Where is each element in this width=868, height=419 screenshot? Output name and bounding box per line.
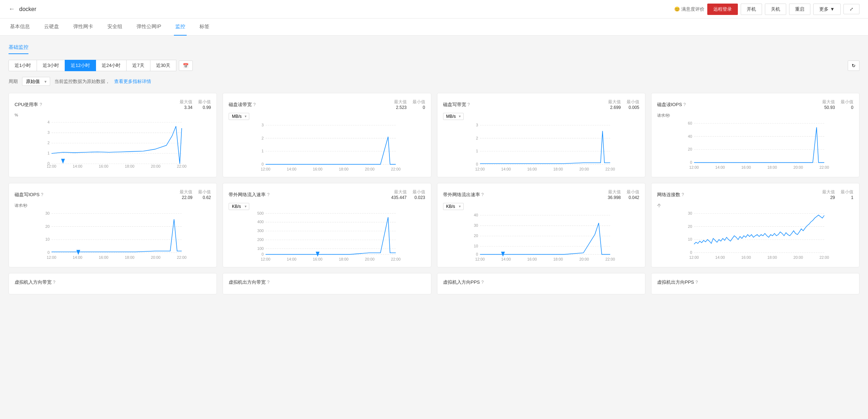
time-btn-24h[interactable]: 近24小时 <box>96 60 127 71</box>
net-connections-min-stat: 最小值 1 <box>841 189 853 200</box>
chart-cpu: CPU使用率 ? 最大值 3.34 最小值 0.99 % <box>9 93 217 177</box>
time-btn-30d[interactable]: 近30天 <box>150 60 176 71</box>
disk-write-bw-unit-select[interactable]: MB/s KB/s <box>443 113 464 120</box>
start-button[interactable]: 开机 <box>741 4 762 15</box>
disk-write-bw-unit-row: MB/s KB/s <box>443 113 639 120</box>
svg-text:2: 2 <box>476 136 478 140</box>
svg-text:12:00: 12:00 <box>689 165 699 169</box>
expand-button[interactable]: ⤢ <box>843 4 859 14</box>
vm-out-bw-help-icon[interactable]: ? <box>267 280 270 285</box>
refresh-button[interactable]: ↻ <box>848 61 859 71</box>
net-connections-svg: 30 20 10 0 12:00 14:00 16:00 18:00 20:00… <box>657 210 853 260</box>
tab-elastic-nic[interactable]: 弹性网卡 <box>72 19 95 36</box>
cpu-chart-area: 4 3 2 1 0 12:00 14:00 16:00 18:00 20:00 … <box>15 119 211 168</box>
svg-text:14:00: 14:00 <box>501 257 511 261</box>
tab-monitoring[interactable]: 监控 <box>174 19 187 36</box>
chart-vm-out-bw-title: 虚拟机出方向带宽 ? <box>229 279 425 286</box>
disk-write-bw-help-icon[interactable]: ? <box>468 102 470 107</box>
net-in-rate-svg: 500 400 300 200 100 0 12:00 14:00 16:00 … <box>229 211 425 261</box>
vm-in-bw-help-icon[interactable]: ? <box>53 280 55 285</box>
remote-login-button[interactable]: 远程登录 <box>707 4 738 15</box>
charts-grid-row1: CPU使用率 ? 最大值 3.34 最小值 0.99 % <box>9 93 859 177</box>
main-content: 基础监控 近1小时 近3小时 近12小时 近24小时 近7天 近30天 📅 ↻ … <box>0 36 868 303</box>
disk-read-bw-help-icon[interactable]: ? <box>253 102 256 107</box>
tab-basic-info[interactable]: 基本信息 <box>9 19 31 36</box>
svg-text:22:00: 22:00 <box>391 167 401 171</box>
chart-disk-write-iops: 磁盘写IOPS ? 最大值 22.09 最小值 0.62 请求/秒 <box>9 183 217 267</box>
svg-text:20: 20 <box>688 224 692 229</box>
time-btn-3h[interactable]: 近3小时 <box>37 60 65 71</box>
svg-text:18:00: 18:00 <box>767 255 777 260</box>
svg-text:18:00: 18:00 <box>339 167 348 171</box>
svg-text:20:00: 20:00 <box>151 255 160 260</box>
svg-text:40: 40 <box>474 213 478 217</box>
more-button[interactable]: 更多 ▼ <box>813 4 841 15</box>
period-link[interactable]: 查看更多指标详情 <box>114 78 151 85</box>
cpu-help-icon[interactable]: ? <box>39 102 42 107</box>
tab-security-group[interactable]: 安全组 <box>106 19 124 36</box>
time-btn-1h[interactable]: 近1小时 <box>9 60 37 71</box>
svg-text:16:00: 16:00 <box>313 167 323 171</box>
net-connections-help-icon[interactable]: ? <box>682 192 684 197</box>
period-select[interactable]: 原始值 <box>22 77 50 86</box>
calendar-button[interactable]: 📅 <box>179 61 193 71</box>
tab-tags[interactable]: 标签 <box>198 19 211 36</box>
time-btn-7d[interactable]: 近7天 <box>126 60 150 71</box>
svg-text:2: 2 <box>47 141 49 145</box>
restart-button[interactable]: 重启 <box>789 4 810 15</box>
svg-text:20:00: 20:00 <box>793 255 803 260</box>
net-out-rate-chart-area: 40 30 20 10 0 12:00 14:00 16:00 18:00 20… <box>443 211 639 261</box>
disk-read-bw-unit-select[interactable]: MB/s KB/s <box>229 113 249 120</box>
time-btn-12h[interactable]: 近12小时 <box>65 60 96 71</box>
back-button[interactable]: ← <box>9 5 15 13</box>
vm-in-pps-help-icon[interactable]: ? <box>481 280 484 285</box>
stop-button[interactable]: 关机 <box>765 4 786 15</box>
disk-write-bw-unit-select-wrap[interactable]: MB/s KB/s <box>443 113 464 120</box>
disk-read-bw-chart-area: 3 2 1 0 12:00 14:00 16:00 18:00 20:00 22… <box>229 121 425 171</box>
net-out-rate-unit-select[interactable]: KB/s MB/s <box>443 203 464 210</box>
disk-read-iops-min-stat: 最小值 0 <box>841 99 853 110</box>
disk-write-iops-help-icon[interactable]: ? <box>41 192 43 197</box>
disk-read-bw-max-stat: 最大值 2.523 <box>394 99 407 110</box>
tab-elastic-ip[interactable]: 弹性公网IP <box>135 19 163 36</box>
net-out-rate-help-icon[interactable]: ? <box>481 192 484 197</box>
tab-cloud-disk[interactable]: 云硬盘 <box>43 19 60 36</box>
disk-read-bw-unit-select-wrap[interactable]: MB/s KB/s <box>229 113 249 120</box>
svg-text:500: 500 <box>257 211 264 215</box>
disk-read-bw-min-stat: 最小值 0 <box>412 99 425 110</box>
period-note: 当前监控数据为原始数据， <box>54 78 110 85</box>
net-in-rate-unit-select-wrap[interactable]: KB/s MB/s <box>229 203 249 210</box>
disk-read-iops-chart-area: 60 40 20 0 12:00 14:00 16:00 18:00 20:00… <box>657 120 853 169</box>
satisfaction-button[interactable]: 😊 满意度评价 <box>674 6 704 12</box>
chart-disk-write-bw-title: 磁盘写带宽 ? <box>443 101 470 108</box>
net-out-rate-unit-select-wrap[interactable]: KB/s MB/s <box>443 203 464 210</box>
period-select-wrap[interactable]: 原始值 <box>22 77 50 86</box>
disk-read-iops-help-icon[interactable]: ? <box>683 102 686 107</box>
chart-vm-in-pps-title: 虚拟机入方向PPS ? <box>443 279 639 286</box>
svg-text:2: 2 <box>262 136 264 140</box>
chart-cpu-stats: 最大值 3.34 最小值 0.99 <box>180 99 211 110</box>
svg-text:18:00: 18:00 <box>125 164 134 168</box>
chart-vm-out-pps-title: 虚拟机出方向PPS ? <box>657 279 853 286</box>
net-in-rate-max-stat: 最大值 435.447 <box>391 189 406 200</box>
svg-text:18:00: 18:00 <box>125 255 134 260</box>
chart-cpu-header: CPU使用率 ? 最大值 3.34 最小值 0.99 <box>15 99 211 110</box>
svg-text:16:00: 16:00 <box>527 167 537 171</box>
svg-text:22:00: 22:00 <box>177 164 187 168</box>
svg-text:10: 10 <box>45 237 49 241</box>
svg-text:12:00: 12:00 <box>261 257 271 261</box>
svg-text:16:00: 16:00 <box>313 257 323 261</box>
disk-write-iops-max-stat: 最大值 22.09 <box>180 189 192 200</box>
svg-text:22:00: 22:00 <box>605 257 615 261</box>
net-in-rate-help-icon[interactable]: ? <box>267 192 270 197</box>
vm-out-pps-help-icon[interactable]: ? <box>696 280 698 285</box>
net-in-rate-unit-select[interactable]: KB/s MB/s <box>229 203 249 210</box>
svg-text:20:00: 20:00 <box>151 164 160 168</box>
svg-text:20: 20 <box>688 147 692 151</box>
svg-text:4: 4 <box>47 120 49 124</box>
net-in-rate-chart-area: 500 400 300 200 100 0 12:00 14:00 16:00 … <box>229 211 425 261</box>
time-filter: 近1小时 近3小时 近12小时 近24小时 近7天 近30天 📅 ↻ <box>9 60 859 71</box>
chart-disk-write-iops-header: 磁盘写IOPS ? 最大值 22.09 最小值 0.62 <box>15 189 211 200</box>
svg-text:20:00: 20:00 <box>365 257 375 261</box>
chart-disk-read-bw: 磁盘读带宽 ? 最大值 2.523 最小值 0 M <box>223 93 431 177</box>
